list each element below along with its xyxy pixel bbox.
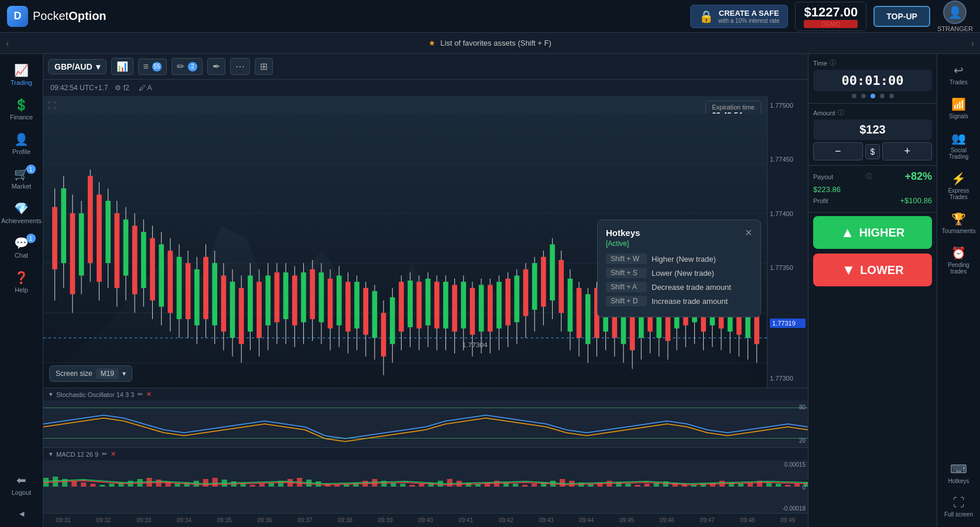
time-tick-1: 09:31	[43, 517, 84, 523]
time-dot-2[interactable]	[861, 94, 866, 98]
hotkey-desc-4: Increase trade amount	[652, 297, 728, 306]
finance-icon: 💲	[14, 98, 29, 112]
profit-value: +$100.86	[900, 196, 932, 205]
svg-rect-243	[738, 484, 743, 487]
symbol-selector[interactable]: GBP/AUD ▾	[48, 59, 107, 74]
svg-rect-71	[328, 279, 333, 328]
fav-arrow-right[interactable]: ›	[971, 38, 974, 49]
svg-rect-79	[363, 288, 368, 335]
svg-rect-173	[81, 482, 86, 487]
macd-level-zero: 0	[802, 484, 806, 491]
macd-edit-icon[interactable]: ✏	[102, 450, 107, 458]
svg-rect-87	[399, 282, 404, 331]
topup-button[interactable]: TOP-UP	[873, 6, 930, 27]
sidebar-item-help[interactable]: ❓ Help	[3, 266, 40, 298]
sidebar-item-achievements[interactable]: 💎 Achievements	[3, 197, 40, 229]
time-dot-3[interactable]	[871, 94, 875, 98]
lower-arrow-icon: ▼	[841, 262, 855, 278]
svg-rect-125	[568, 279, 573, 331]
svg-rect-231	[625, 484, 631, 487]
sidebar-item-finance[interactable]: 💲 Finance	[3, 93, 40, 125]
sidebar-item-trading[interactable]: 📈 Trading	[3, 59, 40, 91]
svg-rect-105	[479, 285, 484, 332]
stoch-close-icon[interactable]: ✕	[146, 391, 152, 398]
stochastic-label: Stochastic Oscillator 14 3 3	[56, 391, 134, 398]
time-dot-1[interactable]	[852, 94, 856, 98]
sidebar-item-trades[interactable]: ↩ Trades	[940, 59, 978, 90]
svg-rect-21	[105, 201, 111, 263]
stoch-edit-icon[interactable]: ✏	[138, 391, 143, 398]
hotkey-combo-3: Shift + A	[606, 282, 647, 292]
time-dot-4[interactable]	[880, 94, 885, 98]
svg-rect-73	[337, 276, 342, 326]
svg-rect-61	[283, 272, 289, 319]
drawings-button[interactable]: ✏ 2	[172, 58, 203, 75]
time-tick-9: 09:39	[365, 517, 406, 523]
avatar[interactable]: 👤	[943, 1, 967, 24]
time-tick-7: 09:37	[285, 517, 325, 523]
screen-size-dropdown[interactable]: ▾	[122, 369, 126, 378]
create-safe-text: CREATE A SAFE with a 10% interest rate	[718, 9, 780, 24]
svg-rect-219	[513, 484, 518, 487]
indicators-button[interactable]: ≡ 55	[138, 59, 167, 75]
sidebar-item-express-trades[interactable]: ⚡ Express Trades	[940, 167, 978, 205]
svg-rect-9	[52, 207, 57, 269]
sidebar-item-hotkeys-right[interactable]: ⌨ Hotkeys	[940, 457, 978, 489]
chart-type-button[interactable]: 📊	[111, 58, 133, 75]
expand-icon[interactable]: ⛶	[48, 101, 56, 110]
svg-rect-182	[166, 481, 171, 487]
macd-level-bottom: -0.00018	[783, 505, 806, 512]
svg-rect-53	[248, 276, 253, 332]
stoch-line-80	[43, 408, 808, 408]
main-area: 📈 Trading 💲 Finance 👤 Profile 🛒 Market 1…	[0, 54, 980, 527]
svg-rect-39	[186, 263, 191, 319]
svg-rect-63	[292, 276, 297, 326]
macd-panel: ▾ MACD 12 26 9 ✏ ✕ 0.00015 0 -0.00018	[43, 447, 808, 513]
market-label: Market	[12, 183, 32, 190]
svg-rect-109	[496, 282, 502, 328]
chart-toolbar: GBP/AUD ▾ 📊 ≡ 55 ✏ 2 ✒ ⋯ ⊞	[43, 54, 808, 80]
sidebar-item-signals[interactable]: 📶 Signals	[940, 93, 978, 124]
screen-size-value[interactable]: M19	[96, 368, 119, 379]
drawings-badge: 2	[188, 62, 197, 71]
pending-trades-icon: ⏰	[951, 246, 966, 260]
macd-close-icon[interactable]: ✕	[111, 450, 116, 458]
sidebar-item-logout[interactable]: ⬅ Logout	[3, 468, 40, 501]
price-level-2: 1.77400	[770, 210, 806, 217]
hotkey-row-4: Shift + D Increase trade amount	[606, 296, 752, 306]
sidebar-item-market[interactable]: 🛒 Market 1	[3, 162, 40, 194]
draw-tool-button[interactable]: ✒	[207, 58, 225, 75]
sidebar-item-collapse[interactable]: ◀	[3, 505, 40, 522]
more-tools-button[interactable]: ⋯	[230, 58, 250, 75]
lower-button[interactable]: ▼ LOWER	[813, 254, 932, 286]
sidebar-item-tournaments[interactable]: 🏆 Tournaments	[940, 207, 978, 239]
layout-button[interactable]: ⊞	[255, 58, 273, 75]
macd-collapse-icon[interactable]: ▾	[49, 450, 53, 458]
stoch-collapse-icon[interactable]: ▾	[49, 391, 53, 398]
balance-amount: $1227.00	[804, 5, 858, 20]
hotkey-combo-4: Shift + D	[606, 296, 647, 306]
sidebar-item-profile[interactable]: 👤 Profile	[3, 128, 40, 160]
time-tick-13: 09:43	[526, 517, 567, 523]
sidebar-item-fullscreen[interactable]: ⛶ Full screen	[940, 491, 978, 522]
sidebar-item-chat[interactable]: 💬 Chat 1	[3, 231, 40, 264]
logout-icon: ⬅	[16, 473, 26, 487]
sidebar-item-pending-trades[interactable]: ⏰ Pending trades	[940, 241, 978, 279]
svg-rect-208	[410, 485, 415, 487]
time-tick-14: 09:44	[567, 517, 607, 523]
main-chart[interactable]: Expiration time 09:43:54 ⛶ 1.77500 1.774…	[43, 96, 808, 388]
higher-button[interactable]: ▲ HIGHER	[813, 216, 932, 249]
svg-rect-15	[79, 213, 84, 275]
payout-percent: +82%	[904, 170, 932, 183]
sidebar-item-social-trading[interactable]: 👥 Social Trading	[940, 126, 978, 165]
amount-increase-button[interactable]: +	[882, 142, 932, 160]
time-dot-5[interactable]	[889, 94, 894, 98]
svg-rect-191	[250, 485, 255, 487]
fav-arrow-left[interactable]: ‹	[6, 38, 9, 49]
amount-decrease-button[interactable]: −	[813, 142, 863, 160]
svg-rect-13	[70, 213, 76, 294]
hotkeys-title-text: Hotkeys	[606, 228, 640, 238]
hotkey-desc-2: Lower (New trade)	[652, 269, 714, 278]
create-safe-button[interactable]: 🔒 CREATE A SAFE with a 10% interest rate	[690, 5, 789, 28]
hotkeys-close-button[interactable]: ✕	[745, 227, 752, 238]
